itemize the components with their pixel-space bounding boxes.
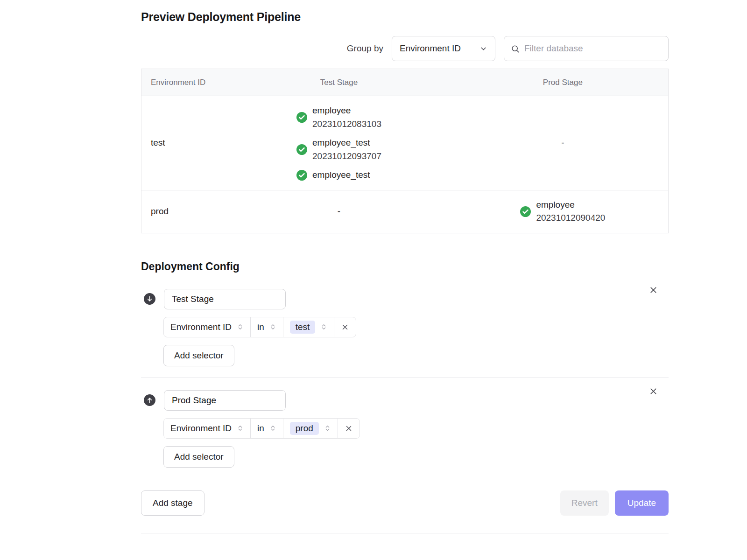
database-version: 20231012090420 [536, 211, 605, 225]
selector-value-chip: prod [290, 422, 319, 435]
selector-operator-select[interactable]: in [250, 317, 283, 337]
group-by-selected-value: Environment ID [400, 43, 461, 54]
database-version: 20231012093707 [312, 150, 381, 163]
database-item: employee_test 20231012093707 [296, 136, 381, 163]
column-header-test-stage: Test Stage [220, 78, 458, 87]
selector-operator-value: in [257, 423, 264, 434]
chevron-up-down-icon [320, 323, 327, 330]
database-item: employee 20231012083103 [296, 104, 381, 131]
divider [141, 479, 669, 479]
test-stage-cell: - [220, 206, 458, 217]
remove-selector-icon[interactable] [338, 418, 360, 439]
prod-stage-cell: - [458, 138, 668, 148]
selector-row: Environment ID in prod [163, 418, 669, 439]
stage-header-row [141, 289, 669, 309]
table-header-row: Environment ID Test Stage Prod Stage [141, 69, 668, 96]
arrow-down-circle-icon [144, 293, 155, 305]
add-selector-button[interactable]: Add selector [163, 345, 234, 366]
database-item: employee_test [296, 168, 370, 182]
page-title: Preview Deployment Pipeline [141, 10, 669, 24]
remove-stage-icon[interactable] [648, 386, 658, 396]
filter-database-input[interactable] [524, 43, 662, 54]
test-stage-cell: employee 20231012083103 employee_test 20… [220, 104, 458, 182]
group-by-label: Group by [347, 43, 383, 54]
database-name: employee [536, 198, 605, 212]
update-button[interactable]: Update [615, 490, 669, 516]
column-header-environment-id: Environment ID [141, 78, 220, 87]
revert-button[interactable]: Revert [560, 490, 609, 516]
empty-placeholder: - [561, 138, 564, 148]
database-name: employee_test [312, 168, 370, 182]
database-name: employee [312, 104, 381, 118]
selector-key-select[interactable]: Environment ID [163, 317, 251, 337]
selector-value-chip: test [290, 321, 316, 334]
table-row: test employee 20231012083103 [141, 96, 668, 190]
divider [141, 378, 669, 378]
search-icon [511, 44, 520, 53]
empty-placeholder: - [338, 206, 340, 217]
database-name: employee_test [312, 136, 381, 150]
add-selector-button[interactable]: Add selector [163, 446, 234, 468]
group-by-select[interactable]: Environment ID [392, 36, 495, 61]
environment-id-cell: test [141, 138, 220, 148]
prod-stage-cell: employee 20231012090420 [458, 198, 668, 225]
selector-key-select[interactable]: Environment ID [163, 418, 251, 439]
arrow-up-circle-icon [144, 394, 155, 406]
remove-selector-icon[interactable] [334, 317, 356, 337]
footer-actions: Add stage Revert Update [141, 490, 669, 516]
check-circle-icon [296, 170, 307, 181]
database-version: 20231012083103 [312, 118, 381, 131]
check-circle-icon [520, 206, 531, 217]
check-circle-icon [296, 144, 307, 155]
remove-stage-icon[interactable] [648, 285, 658, 295]
selector-operator-select[interactable]: in [250, 418, 283, 439]
column-header-prod-stage: Prod Stage [458, 78, 668, 87]
check-circle-icon [296, 112, 307, 123]
chevron-up-down-icon [269, 323, 276, 330]
selector-operator-value: in [257, 322, 264, 332]
selector-value-select[interactable]: test [283, 317, 335, 337]
deployment-config-title: Deployment Config [141, 260, 669, 273]
add-stage-button[interactable]: Add stage [141, 490, 204, 516]
stage-name-input[interactable] [164, 390, 286, 411]
environment-id-cell: prod [141, 206, 220, 217]
chevron-down-icon [479, 45, 487, 53]
chevron-up-down-icon [237, 323, 244, 330]
chevron-up-down-icon [324, 425, 331, 432]
stage-header-row [141, 390, 669, 411]
main-panel: Preview Deployment Pipeline Group by Env… [141, 0, 669, 533]
stage-block-prod: Environment ID in prod Add sel [141, 390, 669, 468]
pipeline-table: Environment ID Test Stage Prod Stage tes… [141, 69, 669, 233]
stage-block-test: Environment ID in test Add sel [141, 289, 669, 366]
stage-name-input[interactable] [164, 289, 286, 309]
selector-value-select[interactable]: prod [283, 418, 338, 439]
table-row: prod - employee 20231012090420 [141, 190, 668, 233]
selector-row: Environment ID in test [163, 317, 669, 337]
chevron-up-down-icon [237, 425, 244, 432]
selector-key-value: Environment ID [170, 423, 232, 434]
filter-database-box [504, 36, 669, 61]
toolbar: Group by Environment ID [141, 36, 669, 61]
database-item: employee 20231012090420 [520, 198, 605, 225]
chevron-up-down-icon [269, 425, 276, 432]
selector-key-value: Environment ID [170, 322, 232, 332]
bottom-divider [141, 533, 669, 533]
